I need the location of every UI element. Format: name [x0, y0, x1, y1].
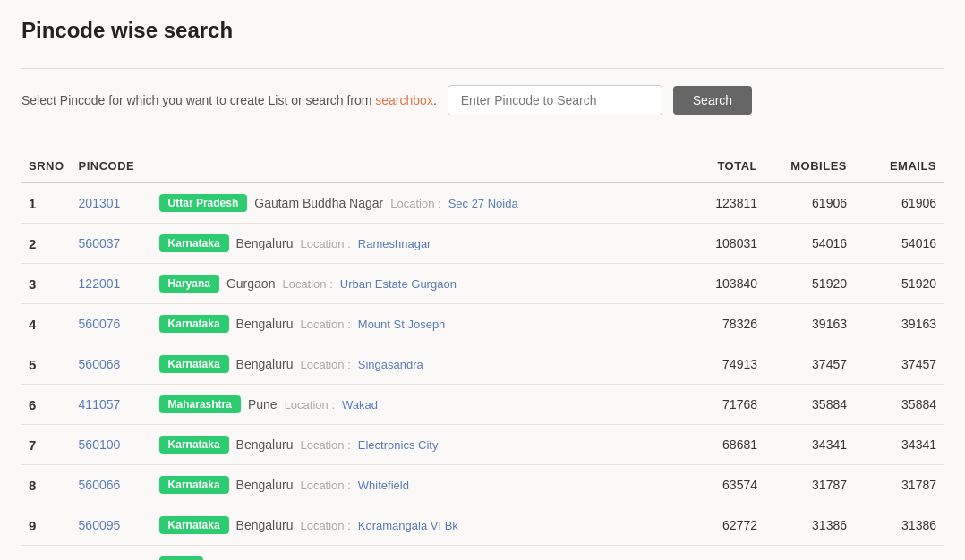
cell-info: Haryana Gurgaon Location : Urban Estate …: [152, 264, 675, 304]
cell-emails: 34341: [854, 425, 944, 465]
state-badge: Uttar Pradesh: [159, 194, 248, 212]
location-value: Singasandra: [358, 358, 423, 371]
state-badge: Maharashtra: [159, 395, 241, 413]
info-cell: Delhi Shahdara Location : Yozna Vihar: [159, 556, 668, 560]
cell-info: Karnataka Bengaluru Location : Koramanga…: [152, 505, 675, 546]
cell-mobiles: 39163: [764, 304, 854, 344]
location-label: Location :: [300, 519, 350, 532]
cell-total: 103840: [675, 264, 764, 304]
cell-emails: 37457: [854, 344, 944, 385]
col-total: TOTAL: [675, 150, 764, 182]
cell-total: 63574: [675, 465, 764, 505]
cell-mobiles: 51920: [764, 264, 854, 304]
cell-pincode[interactable]: 560066: [72, 465, 152, 505]
state-badge: Haryana: [159, 275, 219, 293]
cell-pincode[interactable]: 201301: [72, 182, 152, 224]
location-value: Sec 27 Noida: [448, 197, 518, 210]
pincode-link[interactable]: 201301: [79, 196, 121, 210]
cell-pincode[interactable]: 560095: [72, 505, 152, 546]
cell-srno: 3: [21, 264, 72, 304]
pincode-link[interactable]: 122001: [79, 276, 121, 291]
cell-pincode[interactable]: 560068: [72, 344, 152, 385]
location-label: Location :: [285, 398, 335, 412]
table-row: 9 560095 Karnataka Bengaluru Location : …: [21, 505, 944, 546]
location-label: Location :: [300, 358, 350, 371]
cell-info: Karnataka Bengaluru Location : Rameshnag…: [152, 224, 675, 264]
col-info: [152, 150, 675, 182]
pincode-link[interactable]: 560068: [79, 357, 121, 371]
cell-total: 123811: [675, 182, 764, 224]
table-row: 10 110092 Delhi Shahdara Location : Yozn…: [21, 546, 944, 561]
location-value: Wakad: [342, 398, 378, 412]
cell-info: Karnataka Bengaluru Location : Singasand…: [152, 344, 675, 385]
city-name: Bengaluru: [236, 518, 294, 532]
cell-srno: 1: [21, 182, 72, 224]
location-label: Location :: [300, 479, 350, 492]
location-value: Mount St Joseph: [358, 318, 446, 331]
info-cell: Maharashtra Pune Location : Wakad: [159, 395, 668, 413]
cell-pincode[interactable]: 110092: [72, 546, 152, 561]
table-row: 5 560068 Karnataka Bengaluru Location : …: [21, 344, 944, 385]
cell-emails: 61906: [854, 182, 944, 224]
cell-total: 78326: [675, 304, 764, 344]
info-cell: Karnataka Bengaluru Location : Whitefiel…: [159, 476, 668, 494]
table-row: 1 201301 Uttar Pradesh Gautam Buddha Nag…: [21, 182, 944, 224]
cell-total: 55949: [675, 546, 764, 561]
pincode-search-input[interactable]: [448, 85, 662, 115]
state-badge: Delhi: [159, 556, 203, 560]
pincode-link[interactable]: 560066: [79, 478, 121, 492]
cell-emails: 51920: [854, 264, 944, 304]
cell-pincode[interactable]: 411057: [72, 385, 152, 425]
cell-info: Karnataka Bengaluru Location : Electroni…: [152, 425, 675, 465]
table-row: 6 411057 Maharashtra Pune Location : Wak…: [21, 385, 944, 425]
location-value: Koramangala VI Bk: [358, 519, 458, 532]
cell-emails: 39163: [854, 304, 944, 344]
pincode-link[interactable]: 560095: [79, 518, 121, 532]
pincode-table: SRNO PINCODE TOTAL MOBILES EMAILS 1 2013…: [21, 150, 944, 560]
city-name: Gurgaon: [226, 276, 275, 291]
info-cell: Karnataka Bengaluru Location : Singasand…: [159, 355, 668, 373]
pincode-link[interactable]: 560076: [79, 317, 121, 331]
location-label: Location :: [390, 197, 440, 210]
cell-mobiles: 54016: [764, 224, 854, 264]
col-emails: EMAILS: [854, 150, 944, 182]
table-body: 1 201301 Uttar Pradesh Gautam Buddha Nag…: [21, 182, 944, 560]
table-row: 3 122001 Haryana Gurgaon Location : Urba…: [21, 264, 944, 304]
cell-srno: 8: [21, 465, 72, 505]
cell-info: Karnataka Bengaluru Location : Whitefiel…: [152, 465, 675, 505]
city-name: Bengaluru: [236, 437, 294, 452]
cell-total: 108031: [675, 224, 764, 264]
cell-total: 74913: [675, 344, 764, 385]
cell-pincode[interactable]: 122001: [72, 264, 152, 304]
pincode-link[interactable]: 560037: [79, 236, 121, 250]
location-label: Location :: [282, 277, 332, 291]
pincode-link[interactable]: 560100: [79, 437, 121, 452]
cell-mobiles: 37457: [764, 344, 854, 385]
page-container: Pincode wise search Select Pincode for w…: [0, 0, 965, 560]
info-cell: Karnataka Bengaluru Location : Koramanga…: [159, 516, 668, 534]
cell-srno: 5: [21, 344, 72, 385]
location-value: Rameshnagar: [358, 237, 431, 250]
cell-pincode[interactable]: 560076: [72, 304, 152, 344]
state-badge: Karnataka: [159, 476, 229, 494]
table-row: 7 560100 Karnataka Bengaluru Location : …: [21, 425, 944, 465]
info-cell: Uttar Pradesh Gautam Buddha Nagar Locati…: [159, 194, 668, 212]
info-cell: Karnataka Bengaluru Location : Mount St …: [159, 315, 668, 333]
cell-pincode[interactable]: 560100: [72, 425, 152, 465]
cell-emails: 27975: [854, 546, 944, 561]
location-label: Location :: [300, 318, 350, 331]
cell-emails: 31386: [854, 505, 944, 546]
location-value: Whitefield: [358, 479, 409, 492]
cell-total: 68681: [675, 425, 764, 465]
cell-mobiles: 34341: [764, 425, 854, 465]
cell-srno: 6: [21, 385, 72, 425]
cell-emails: 35884: [854, 385, 944, 425]
table-header-row: SRNO PINCODE TOTAL MOBILES EMAILS: [21, 150, 944, 182]
state-badge: Karnataka: [159, 436, 229, 454]
cell-mobiles: 35884: [764, 385, 854, 425]
search-button[interactable]: Search: [673, 86, 752, 115]
pincode-link[interactable]: 411057: [79, 397, 121, 412]
location-value: Urban Estate Gurgaon: [340, 277, 457, 291]
state-badge: Karnataka: [159, 234, 229, 252]
cell-pincode[interactable]: 560037: [72, 224, 152, 264]
